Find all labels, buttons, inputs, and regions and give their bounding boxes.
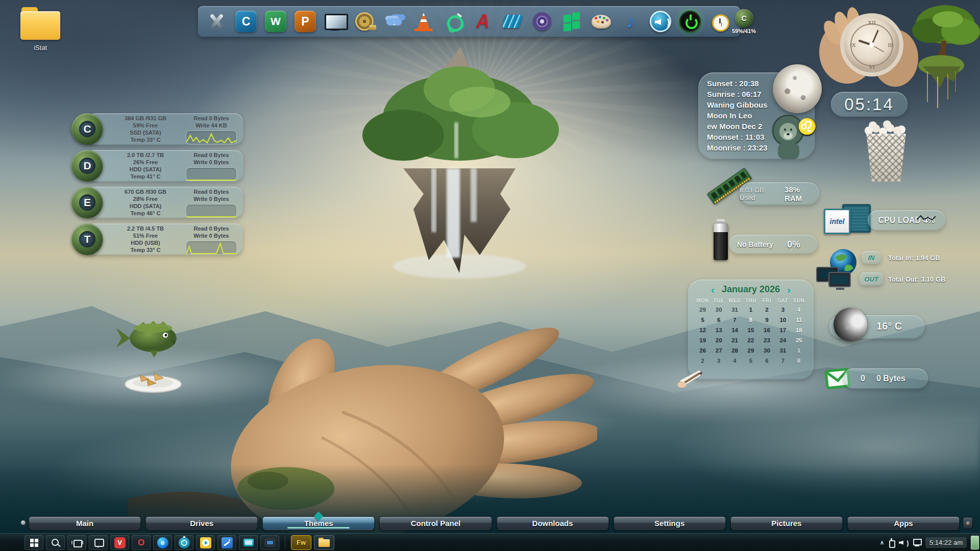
calendar-next-button[interactable]: › — [787, 285, 791, 294]
tab-downloads[interactable]: Downloads — [497, 516, 609, 530]
tray-chevron-icon[interactable]: ∧ — [880, 539, 884, 546]
paint-palette-icon[interactable] — [589, 8, 614, 35]
calendar-day: 27 — [710, 346, 726, 355]
cloud-download-icon[interactable] — [382, 8, 406, 35]
volume-icon[interactable] — [648, 8, 673, 35]
cubase-icon[interactable]: C — [234, 8, 258, 35]
moon-info-widget[interactable]: Sunset : 20:38Sunrise : 06:17Waning Gibb… — [698, 72, 815, 159]
task-view-button[interactable] — [67, 535, 86, 550]
search-button[interactable] — [46, 535, 65, 550]
battery-widget[interactable]: No Battery 0% — [729, 235, 818, 254]
tab-drives[interactable]: Drives — [145, 516, 258, 530]
drive-icon: D — [71, 150, 103, 182]
drive-activity-graph — [186, 131, 237, 144]
drive-capacity: 2.2 TB /4.5 TB — [111, 225, 180, 232]
monitor-app-icon[interactable] — [260, 535, 279, 550]
vivaldi-icon-glyph: V — [114, 537, 126, 548]
drive-widget-E[interactable]: E670 GB /930 GB28% FreeHDD (SATA)Temp 46… — [71, 186, 243, 219]
calendar-day: 10 — [775, 316, 791, 324]
start-button-glyph — [29, 537, 40, 548]
network-cable-icon[interactable] — [441, 8, 465, 35]
moon-info-line: Moonset : 11:03 — [707, 132, 768, 142]
digital-clock-widget[interactable]: 05:14 — [831, 92, 908, 117]
start-button[interactable] — [24, 535, 43, 550]
chat-button-glyph — [93, 537, 104, 548]
network-in-total: Total In: 1.94 GB — [888, 254, 940, 262]
dvd-icon[interactable] — [530, 8, 554, 35]
vlc-icon[interactable] — [411, 8, 436, 35]
tabbar-left-cap[interactable] — [20, 520, 26, 525]
taskbar-clock[interactable]: 5:14:22 am — [925, 537, 967, 548]
calendar-day: 29 — [743, 346, 758, 355]
recycle-bin-contents — [865, 127, 873, 135]
desktop-icon-istat[interactable]: iStat — [17, 11, 63, 52]
ram-used: 8.03 GB Used — [740, 186, 781, 202]
media-player-icon[interactable] — [196, 535, 215, 550]
moon-info-line: Moonrise : 23:23 — [707, 142, 768, 153]
crossed-tools-icon[interactable] — [204, 8, 229, 35]
network-out-badge: OUT — [860, 272, 883, 286]
drive-icon: C — [71, 113, 103, 145]
tab-settings[interactable]: Settings — [614, 516, 726, 530]
taskbar[interactable]: VOeFw ∧ 5:14:22 am — [0, 533, 980, 551]
tv-icon-glyph — [324, 11, 346, 32]
tab-pictures[interactable]: Pictures — [730, 516, 843, 530]
acrobat-icon[interactable]: A — [471, 8, 495, 35]
tab-main[interactable]: Main — [29, 516, 141, 530]
mail-widget[interactable]: 0 0 Bytes — [843, 368, 928, 389]
cpu-load-widget[interactable]: CPU LOAD 4% — [868, 210, 945, 231]
photos-icon[interactable] — [217, 535, 236, 550]
ram-widget[interactable]: 8.03 GB Used 38% RAM — [740, 182, 819, 205]
usb-tray-icon[interactable] — [888, 538, 895, 547]
calendar-day-header: SAT — [775, 298, 791, 304]
drive-write: Write 0 Bytes — [184, 232, 239, 239]
calendar-widget[interactable]: ‹ January 2026 › MONTUEWEDTHUFRISATSUN29… — [688, 280, 814, 380]
drive-write: Write 44 KB — [184, 122, 239, 129]
tab-apps[interactable]: Apps — [847, 516, 960, 530]
wave-app-icon[interactable] — [500, 8, 525, 35]
powerdirector-icon[interactable]: P — [293, 8, 317, 35]
wavelab-icon[interactable]: W — [263, 8, 288, 35]
edge-icon[interactable]: e — [153, 535, 172, 550]
drive-widget-D[interactable]: D2.0 TB /2.7 TB26% FreeHDD (SATA)Temp 41… — [71, 149, 243, 183]
tab-themes[interactable]: Themes — [262, 516, 375, 530]
windows-icon[interactable] — [559, 8, 584, 35]
drive-free: 51% Free — [111, 232, 180, 239]
top-dock[interactable]: CWPA♪ C 59%/41% — [198, 6, 740, 37]
drive-read: Read 0 Bytes — [184, 188, 239, 195]
tabbar-right-cap[interactable] — [963, 517, 973, 529]
explorer-button[interactable] — [314, 535, 334, 550]
calendar-day: 5 — [695, 316, 710, 324]
task-view-button-glyph — [71, 537, 83, 548]
taskbar-icons: VOeFw — [24, 535, 334, 550]
calendar-day: 4 — [727, 357, 743, 365]
calendar-day: 8 — [743, 316, 758, 324]
stopwatch-icon[interactable] — [175, 535, 193, 550]
calendar-day: 31 — [727, 306, 743, 314]
remote-display-icon[interactable] — [239, 535, 258, 550]
acrobat-icon-glyph: A — [472, 11, 494, 32]
tab-control-panel[interactable]: Control Panel — [379, 516, 492, 530]
network-tray-icon[interactable] — [912, 539, 921, 546]
weather-widget[interactable]: 16° C — [829, 315, 924, 339]
crossed-tools-icon-glyph — [206, 11, 227, 32]
volume-tray-icon[interactable] — [899, 539, 908, 547]
tv-icon[interactable] — [323, 8, 347, 35]
drive-widget-T[interactable]: T2.2 TB /4.5 TB51% FreeHDD (USB)Temp 33°… — [71, 222, 243, 256]
power-button-icon[interactable] — [678, 8, 702, 35]
calendar-title: January 2026 — [722, 284, 780, 295]
opera-icon[interactable]: O — [132, 535, 151, 550]
alarm-clock-icon[interactable] — [707, 8, 732, 35]
fireworks-button[interactable]: Fw — [291, 535, 311, 550]
calendar-prev-button[interactable]: ‹ — [711, 285, 715, 294]
drive-widget-C[interactable]: C384 GB /931 GB59% FreeSSD (SATA)Temp 33… — [71, 112, 243, 146]
vivaldi-icon[interactable]: V — [110, 535, 129, 550]
chat-button[interactable] — [89, 535, 108, 550]
show-desktop-button[interactable] — [971, 536, 979, 549]
desktop[interactable]: XII III VI IX iStat CWPA♪ C 59%/41% 05:1… — [0, 0, 980, 551]
film-projector-icon[interactable] — [352, 8, 377, 35]
volume-icon-glyph — [650, 11, 671, 32]
edge-icon-glyph: e — [157, 537, 168, 548]
dock-cpu-meter[interactable]: C 59%/41% — [732, 9, 756, 34]
music-note-icon[interactable]: ♪ — [619, 8, 643, 35]
